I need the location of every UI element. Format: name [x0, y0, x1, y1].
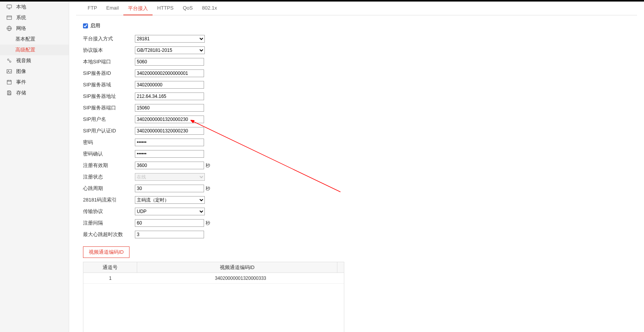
local-sip-port-input[interactable] [135, 58, 204, 66]
main-content: FTP Email 平台接入 HTTPS QoS 802.1x 启用 平台接入方… [69, 2, 644, 332]
sip-auth-id-label: SIP用户认证ID [83, 127, 135, 134]
sidebar-item-local[interactable]: 本地 [0, 2, 69, 12]
sip-server-addr-label: SIP服务器地址 [83, 93, 135, 100]
channel-id-tab-button[interactable]: 视频通道编码ID [83, 246, 129, 258]
svg-rect-18 [8, 93, 10, 95]
password-input[interactable] [135, 139, 204, 146]
access-mode-select[interactable]: 28181 [135, 35, 205, 43]
reg-status-label: 注册状态 [83, 173, 135, 180]
password-confirm-input[interactable] [135, 150, 204, 158]
tab-qos[interactable]: QoS [178, 1, 198, 15]
tab-platform-access[interactable]: 平台接入 [123, 2, 153, 15]
table-header-id: 视频通道编码ID [137, 262, 337, 273]
sip-server-domain-input[interactable] [135, 81, 204, 89]
stream-index-label: 28181码流索引 [83, 197, 135, 203]
sidebar-item-label: 高级配置 [15, 46, 35, 53]
tab-ftp[interactable]: FTP [83, 1, 102, 15]
protocol-ver-select[interactable]: GB/T28181-2015 [135, 46, 205, 54]
transport-label: 传输协议 [83, 208, 135, 215]
svg-rect-0 [7, 5, 12, 8]
unit-seconds: 秒 [206, 220, 210, 226]
sidebar-item-label: 图像 [16, 68, 26, 75]
monitor-icon [5, 3, 13, 11]
heartbeat-label: 心跳周期 [83, 185, 135, 192]
window-icon [5, 14, 13, 21]
sidebar-item-system[interactable]: 系统 [0, 12, 69, 23]
sip-user-input[interactable] [135, 116, 204, 123]
sidebar-item-label: 视音频 [16, 57, 31, 64]
save-icon [5, 89, 13, 97]
sidebar-item-label: 基本配置 [15, 36, 35, 43]
table-row[interactable]: 1 34020000001320000333 [83, 273, 344, 284]
sidebar-item-label: 本地 [16, 3, 26, 10]
max-hb-timeout-input[interactable] [135, 231, 204, 238]
svg-rect-3 [7, 16, 12, 19]
svg-rect-17 [8, 91, 10, 92]
sidebar-item-label: 存储 [16, 89, 26, 96]
tab-email[interactable]: Email [102, 1, 124, 15]
sidebar: 本地 系统 网络 基本配置 高级配置 视音频 图像 事件 存储 [0, 2, 69, 332]
table-header-scroll [337, 262, 344, 273]
sidebar-item-label: 网络 [16, 25, 26, 32]
form: 启用 平台接入方式28181 协议版本GB/T28181-2015 本地SIP端… [69, 15, 644, 332]
unit-seconds: 秒 [206, 185, 210, 192]
protocol-ver-label: 协议版本 [83, 47, 135, 54]
sidebar-item-basic-config[interactable]: 基本配置 [0, 34, 69, 45]
tab-https[interactable]: HTTPS [153, 1, 178, 15]
tabs: FTP Email 平台接入 HTTPS QoS 802.1x [76, 2, 637, 15]
av-icon [5, 57, 13, 64]
sip-server-port-input[interactable] [135, 104, 204, 112]
password-label: 密码 [83, 139, 135, 146]
cell-id: 34020000001320000333 [137, 273, 344, 284]
cell-channel: 1 [83, 273, 137, 284]
sidebar-item-label: 系统 [16, 14, 26, 21]
sip-auth-id-input[interactable] [135, 127, 204, 135]
svg-line-10 [9, 60, 10, 61]
heartbeat-input[interactable] [135, 185, 204, 192]
reg-interval-input[interactable] [135, 219, 204, 227]
sidebar-item-av[interactable]: 视音频 [0, 55, 69, 66]
sip-server-addr-input[interactable] [135, 92, 204, 100]
sip-user-label: SIP用户名 [83, 116, 135, 123]
sip-server-id-input[interactable] [135, 69, 204, 77]
sip-server-port-label: SIP服务器端口 [83, 104, 135, 111]
unit-seconds: 秒 [206, 162, 210, 169]
enable-label: 启用 [90, 22, 100, 29]
reg-interval-label: 注册间隔 [83, 220, 135, 226]
reg-validity-input[interactable] [135, 162, 204, 169]
reg-status-select: 在线 [135, 173, 205, 181]
sip-server-domain-label: SIP服务器域 [83, 81, 135, 88]
local-sip-port-label: 本地SIP端口 [83, 58, 135, 65]
globe-icon [5, 25, 13, 32]
stream-index-select[interactable]: 主码流（定时） [135, 196, 205, 204]
sidebar-item-advanced-config[interactable]: 高级配置 [0, 45, 69, 55]
reg-validity-label: 注册有效期 [83, 162, 135, 169]
sip-server-id-label: SIP服务器ID [83, 70, 135, 77]
sidebar-item-image[interactable]: 图像 [0, 66, 69, 77]
enable-checkbox[interactable] [83, 23, 88, 28]
sidebar-item-network[interactable]: 网络 [0, 23, 69, 34]
sidebar-item-label: 事件 [16, 79, 26, 86]
transport-select[interactable]: UDP [135, 208, 205, 215]
image-icon [5, 68, 13, 75]
sidebar-item-event[interactable]: 事件 [0, 77, 69, 88]
password-confirm-label: 密码确认 [83, 150, 135, 157]
access-mode-label: 平台接入方式 [83, 35, 135, 42]
tab-8021x[interactable]: 802.1x [198, 1, 222, 15]
table-header-channel: 通道号 [83, 262, 137, 273]
svg-rect-13 [7, 80, 12, 84]
sidebar-item-storage[interactable]: 存储 [0, 88, 69, 98]
max-hb-timeout-label: 最大心跳超时次数 [83, 231, 135, 238]
channel-table: 通道号 视频通道编码ID 1 34020000001320000333 [83, 262, 344, 332]
calendar-icon [5, 78, 13, 86]
